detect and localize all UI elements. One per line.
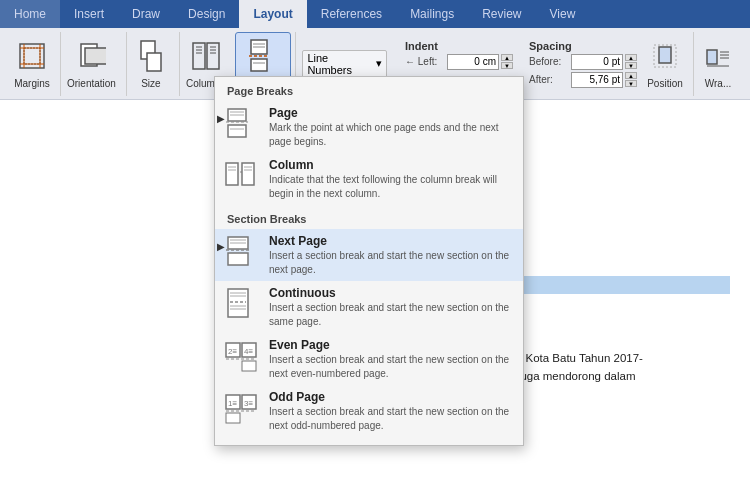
- columns-button[interactable]: [188, 38, 224, 74]
- indent-left-row: ← Left: ▲ ▼: [405, 54, 513, 70]
- indent-left-up[interactable]: ▲: [501, 54, 513, 61]
- size-icon: [137, 39, 165, 73]
- position-group: Position: [641, 32, 689, 96]
- tab-bar: Home Insert Draw Design Layout Reference…: [0, 0, 750, 28]
- size-group: Size: [126, 32, 175, 96]
- tab-review[interactable]: Review: [468, 0, 535, 28]
- spacing-before-up[interactable]: ▲: [625, 54, 637, 61]
- break-evenpage-text: Even Page Insert a section break and sta…: [269, 338, 511, 380]
- wrap-button[interactable]: [700, 38, 736, 74]
- svg-text:2≡: 2≡: [228, 347, 237, 356]
- break-oddpage-desc: Insert a section break and start the new…: [269, 405, 511, 432]
- svg-rect-41: [242, 163, 254, 185]
- svg-rect-37: [226, 163, 238, 185]
- break-nextpage-icon: [223, 234, 259, 270]
- break-column-icon: [223, 158, 259, 194]
- break-page-desc: Mark the point at which one page ends an…: [269, 121, 511, 148]
- tab-view[interactable]: View: [536, 0, 590, 28]
- orientation-group: Orientation: [60, 32, 122, 96]
- page-breaks-header: Page Breaks: [215, 77, 523, 101]
- svg-rect-7: [85, 48, 106, 64]
- svg-rect-1: [24, 48, 40, 64]
- wrap-group: Wra...: [693, 32, 742, 96]
- indent-left-label: ← Left:: [405, 56, 445, 67]
- indent-left-input[interactable]: [447, 54, 499, 70]
- tab-layout[interactable]: Layout: [239, 0, 306, 28]
- break-evenpage-item[interactable]: 2≡ 4≡ Even Page Insert a section break a…: [215, 333, 523, 385]
- margins-group: Margins: [8, 32, 56, 96]
- margins-button[interactable]: [14, 38, 50, 74]
- break-page-title: Page: [269, 106, 511, 120]
- margins-icon: [16, 40, 48, 72]
- svg-text:3≡: 3≡: [244, 399, 253, 408]
- spacing-after-input[interactable]: [571, 72, 623, 88]
- break-nextpage-title: Next Page: [269, 234, 511, 248]
- spacing-before-spinners: ▲ ▼: [625, 54, 637, 69]
- svg-rect-22: [251, 59, 267, 71]
- break-nextpage-item[interactable]: ▶ Next Page Insert a section break and s…: [215, 229, 523, 281]
- break-nextpage-desc: Insert a section break and start the new…: [269, 249, 511, 276]
- wrap-label: Wra...: [705, 78, 731, 89]
- breaks-icon: [245, 38, 281, 74]
- indent-left-down[interactable]: ▼: [501, 62, 513, 69]
- break-oddpage-icon: 1≡ 3≡: [223, 390, 259, 426]
- break-evenpage-desc: Insert a section break and start the new…: [269, 353, 511, 380]
- position-label: Position: [647, 78, 683, 89]
- indent-left-spinners: ▲ ▼: [501, 54, 513, 69]
- spacing-before-row: Before: ▲ ▼: [529, 54, 637, 70]
- svg-text:4≡: 4≡: [244, 347, 253, 356]
- svg-text:1≡: 1≡: [228, 399, 237, 408]
- margins-label: Margins: [14, 78, 50, 89]
- tab-references[interactable]: References: [307, 0, 396, 28]
- orientation-button[interactable]: [73, 38, 109, 74]
- spacing-after-spinners: ▲ ▼: [625, 72, 637, 87]
- position-icon: [651, 42, 679, 70]
- spacing-before-down[interactable]: ▼: [625, 62, 637, 69]
- svg-rect-66: [226, 413, 240, 423]
- break-oddpage-text: Odd Page Insert a section break and star…: [269, 390, 511, 432]
- indent-title: Indent: [405, 40, 513, 52]
- tab-insert[interactable]: Insert: [60, 0, 118, 28]
- break-column-item[interactable]: Column Indicate that the text following …: [215, 153, 523, 205]
- spacing-after-down[interactable]: ▼: [625, 80, 637, 87]
- svg-rect-60: [242, 361, 256, 371]
- spacing-before-input[interactable]: [571, 54, 623, 70]
- break-evenpage-title: Even Page: [269, 338, 511, 352]
- break-continuous-icon: [223, 286, 259, 322]
- tab-mailings[interactable]: Mailings: [396, 0, 468, 28]
- line-numbers-arrow: ▾: [376, 57, 382, 70]
- tab-design[interactable]: Design: [174, 0, 239, 28]
- break-oddpage-title: Odd Page: [269, 390, 511, 404]
- break-continuous-title: Continuous: [269, 286, 511, 300]
- spacing-before-label: Before:: [529, 56, 569, 67]
- break-page-item[interactable]: ▶ Page Mark the point at which one page …: [215, 101, 523, 153]
- line-numbers-button[interactable]: Line Numbers ▾: [302, 50, 387, 78]
- size-button[interactable]: [133, 38, 169, 74]
- svg-rect-35: [228, 125, 246, 137]
- line-numbers-label: Line Numbers: [307, 52, 374, 76]
- break-continuous-desc: Insert a section break and start the new…: [269, 301, 511, 328]
- breaks-dropdown: Page Breaks ▶ Page Mark the point at whi…: [214, 76, 524, 446]
- spacing-title: Spacing: [529, 40, 637, 52]
- breaks-button[interactable]: [242, 35, 284, 77]
- break-page-arrow: ▶: [217, 113, 225, 124]
- break-page-text: Page Mark the point at which one page en…: [269, 106, 511, 148]
- spacing-after-label: After:: [529, 74, 569, 85]
- break-page-icon: [223, 106, 259, 142]
- columns-icon: [191, 41, 221, 71]
- svg-rect-48: [228, 253, 248, 265]
- tab-home[interactable]: Home: [0, 0, 60, 28]
- svg-rect-25: [659, 47, 671, 63]
- spacing-after-up[interactable]: ▲: [625, 72, 637, 79]
- orientation-icon: [76, 40, 106, 72]
- break-nextpage-text: Next Page Insert a section break and sta…: [269, 234, 511, 276]
- break-oddpage-item[interactable]: 1≡ 3≡ Odd Page Insert a section break an…: [215, 385, 523, 437]
- spacing-after-row: After: ▲ ▼: [529, 72, 637, 88]
- break-nextpage-arrow: ▶: [217, 241, 225, 252]
- break-continuous-text: Continuous Insert a section break and st…: [269, 286, 511, 328]
- tab-draw[interactable]: Draw: [118, 0, 174, 28]
- size-label: Size: [141, 78, 160, 89]
- position-button[interactable]: [647, 38, 683, 74]
- break-column-desc: Indicate that the text following the col…: [269, 173, 511, 200]
- break-continuous-item[interactable]: Continuous Insert a section break and st…: [215, 281, 523, 333]
